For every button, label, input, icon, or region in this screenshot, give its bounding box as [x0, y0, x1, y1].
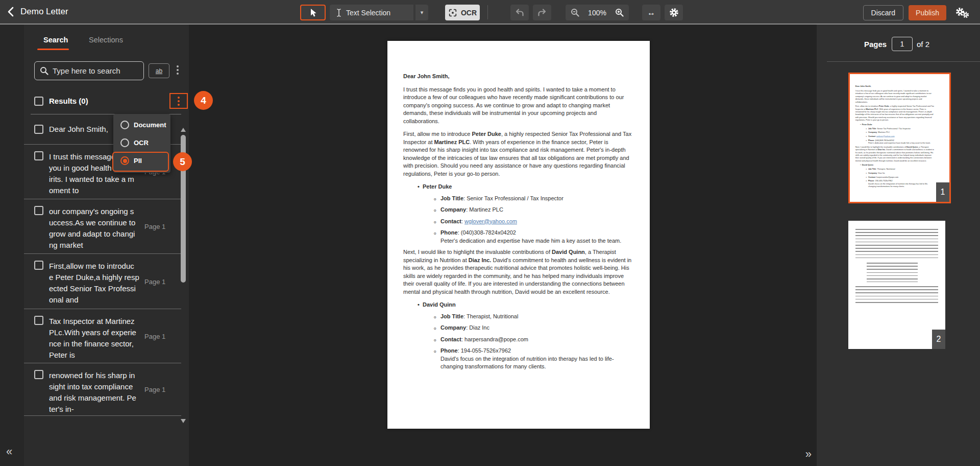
- pages-panel: Pages of 2 Dear John Smith,I trust this …: [817, 25, 980, 466]
- radio-unselected-icon: [120, 138, 129, 147]
- page-thumbnail-2[interactable]: 2: [848, 221, 945, 349]
- result-row[interactable]: our company's ongoing s uccess.As we con…: [24, 199, 181, 254]
- search-box[interactable]: [34, 61, 144, 80]
- zoom-in-button[interactable]: [615, 8, 624, 17]
- result-row[interactable]: Tax Inspector at Martinez PLc.With years…: [24, 309, 181, 363]
- menu-option-ocr[interactable]: OCR: [113, 134, 170, 152]
- letter-content: Dear John Smith,I trust this message fin…: [387, 41, 650, 385]
- zoom-in-icon: [615, 8, 624, 17]
- result-checkbox[interactable]: [34, 125, 43, 134]
- result-page-label: Page 1: [144, 332, 165, 340]
- results-scrollbar[interactable]: [180, 127, 187, 424]
- document-title: Demo Letter: [20, 7, 68, 17]
- search-options-kebab-icon[interactable]: [177, 65, 179, 75]
- results-header: Results (0): [24, 93, 181, 109]
- annotation-step-badge-5: 5: [173, 152, 192, 171]
- menu-option-pii[interactable]: PII: [113, 152, 170, 170]
- scroll-down-arrow-icon[interactable]: [181, 419, 186, 423]
- page-number-badge: 2: [932, 330, 945, 349]
- advanced-settings-gears-icon[interactable]: [954, 7, 970, 19]
- cursor-arrow-icon: [309, 8, 317, 17]
- collapse-left-button[interactable]: «: [6, 445, 12, 458]
- zoom-controls: 100%: [566, 5, 629, 20]
- pagination-row: Pages of 2: [817, 36, 980, 52]
- annotation-step-badge-4: 4: [194, 91, 213, 110]
- publish-button[interactable]: Publish: [909, 5, 946, 20]
- radio-unselected-icon: [120, 121, 129, 129]
- results-options-kebab-icon[interactable]: [178, 97, 180, 106]
- results-count-label: Results (0): [49, 97, 88, 105]
- gear-icon: [669, 8, 679, 17]
- document-page[interactable]: Dear John Smith,I trust this message fin…: [387, 41, 650, 429]
- result-text: renowned for his sharp in sight into tax…: [49, 370, 146, 415]
- ocr-label: OCR: [461, 9, 477, 17]
- results-kebab-highlight-box: [169, 93, 188, 109]
- scroll-up-arrow-icon[interactable]: [181, 128, 186, 132]
- zoom-level: 100%: [588, 9, 606, 17]
- search-input[interactable]: [53, 66, 138, 75]
- result-checkbox[interactable]: [34, 261, 43, 270]
- result-checkbox[interactable]: [34, 370, 43, 379]
- zoom-out-button[interactable]: [571, 8, 579, 17]
- result-page-label: Page 1: [144, 277, 165, 285]
- thumbnail-text-lines: [867, 263, 918, 282]
- redo-icon: [537, 8, 547, 17]
- tab-search[interactable]: Search: [43, 36, 68, 44]
- chevron-left-icon: [7, 7, 14, 17]
- result-text: First,allow me to introduc e Peter Duke,…: [49, 261, 146, 306]
- result-page-label: Page 1: [144, 386, 165, 393]
- thumbnail-preview: Dear John Smith,I trust this message fin…: [850, 74, 949, 202]
- tool-dropdown-caret[interactable]: ▾: [414, 5, 428, 20]
- result-row[interactable]: First,allow me to introduc e Peter Duke,…: [24, 254, 181, 309]
- page-thumbnail-1[interactable]: Dear John Smith,I trust this message fin…: [848, 73, 951, 203]
- text-selection-tool[interactable]: Text Selection: [330, 5, 413, 20]
- page-number-input[interactable]: [892, 37, 913, 51]
- results-select-all-checkbox[interactable]: [34, 97, 43, 106]
- app-root: Demo Letter Text Selection ▾ OCR 100%: [0, 0, 980, 466]
- result-row[interactable]: renowned for his sharp in sight into tax…: [24, 363, 181, 416]
- result-checkbox[interactable]: [34, 151, 43, 160]
- ibeam-icon: [336, 8, 342, 17]
- left-rail: «: [0, 25, 24, 466]
- zoom-out-icon: [571, 8, 579, 17]
- page-number-badge: 1: [936, 182, 949, 202]
- active-tab-underline: [37, 49, 69, 50]
- settings-button[interactable]: [665, 5, 683, 20]
- redo-button[interactable]: [533, 5, 551, 20]
- result-page-label: Page 1: [144, 223, 165, 230]
- search-icon: [40, 66, 48, 75]
- pointer-tool-button[interactable]: [300, 5, 326, 20]
- topbar: Demo Letter Text Selection ▾ OCR 100%: [0, 0, 980, 25]
- result-text: Tax Inspector at Martinez PLc.With years…: [49, 316, 146, 361]
- undo-icon: [515, 8, 524, 17]
- collapse-right-button[interactable]: »: [805, 448, 812, 461]
- match-text-button[interactable]: ab: [149, 63, 169, 78]
- thumbnail-text-lines: [855, 229, 938, 258]
- page-count-label: of 2: [917, 40, 929, 49]
- pages-label: Pages: [864, 40, 887, 49]
- discard-button[interactable]: Discard: [863, 5, 903, 20]
- menu-option-document[interactable]: Document: [113, 116, 170, 134]
- document-canvas: Dear John Smith,I trust this message fin…: [189, 25, 817, 466]
- result-text: our company's ongoing s uccess.As we con…: [49, 206, 146, 251]
- undo-button[interactable]: [510, 5, 529, 20]
- pages-divider: [827, 61, 980, 62]
- text-selection-label: Text Selection: [346, 9, 390, 17]
- results-options-menu: Document OCR PII: [113, 114, 170, 173]
- radio-selected-icon: [120, 156, 129, 165]
- search-sidebar: Search Selections ab Results (0) Dear Jo…: [24, 25, 189, 466]
- fit-width-button[interactable]: ↔: [642, 5, 660, 20]
- ocr-button[interactable]: OCR: [445, 5, 480, 20]
- toolbar-divider: [487, 5, 488, 19]
- ocr-scan-icon: [448, 8, 457, 17]
- thumbnail-text-lines: [855, 286, 938, 304]
- back-button[interactable]: [7, 7, 14, 17]
- result-checkbox[interactable]: [34, 206, 43, 215]
- result-checkbox[interactable]: [34, 316, 43, 325]
- tab-selections[interactable]: Selections: [89, 36, 123, 44]
